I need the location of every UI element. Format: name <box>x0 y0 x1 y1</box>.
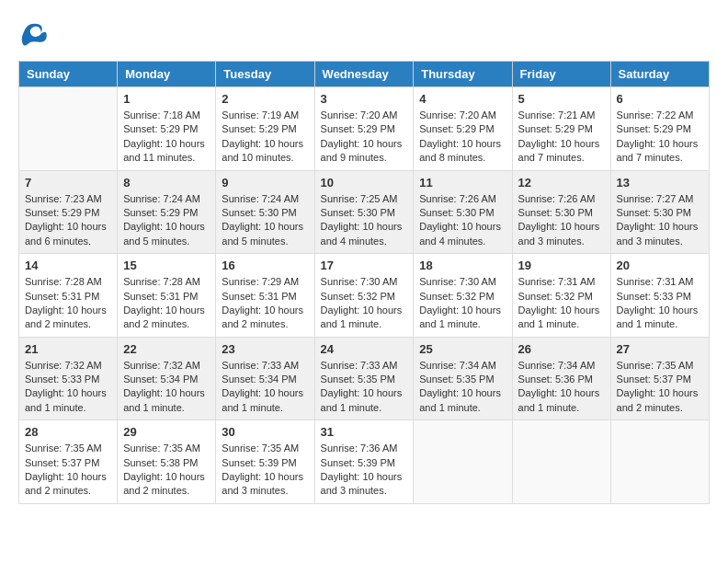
day-info: Sunrise: 7:33 AM Sunset: 5:34 PM Dayligh… <box>222 359 308 416</box>
calendar-cell: 9Sunrise: 7:24 AM Sunset: 5:30 PM Daylig… <box>216 170 314 254</box>
calendar-cell: 5Sunrise: 7:21 AM Sunset: 5:29 PM Daylig… <box>512 87 610 171</box>
calendar-cell: 24Sunrise: 7:33 AM Sunset: 5:35 PM Dayli… <box>314 337 414 420</box>
day-info: Sunrise: 7:27 AM Sunset: 5:30 PM Dayligh… <box>617 192 703 249</box>
weekday-header-tuesday: Tuesday <box>216 62 314 87</box>
day-number: 17 <box>321 259 408 272</box>
calendar-cell: 4Sunrise: 7:20 AM Sunset: 5:29 PM Daylig… <box>414 87 512 171</box>
day-number: 11 <box>419 176 506 190</box>
day-number: 20 <box>617 259 703 272</box>
day-info: Sunrise: 7:20 AM Sunset: 5:29 PM Dayligh… <box>419 109 506 166</box>
calendar-cell: 7Sunrise: 7:23 AM Sunset: 5:29 PM Daylig… <box>19 170 118 254</box>
calendar-cell: 28Sunrise: 7:35 AM Sunset: 5:37 PM Dayli… <box>19 420 118 504</box>
calendar-cell: 13Sunrise: 7:27 AM Sunset: 5:30 PM Dayli… <box>610 170 709 254</box>
calendar-header-row: SundayMondayTuesdayWednesdayThursdayFrid… <box>19 62 710 87</box>
calendar-cell <box>414 420 512 504</box>
day-number: 6 <box>617 92 703 106</box>
day-info: Sunrise: 7:22 AM Sunset: 5:29 PM Dayligh… <box>617 109 703 166</box>
day-info: Sunrise: 7:35 AM Sunset: 5:37 PM Dayligh… <box>25 442 111 499</box>
calendar-cell: 18Sunrise: 7:30 AM Sunset: 5:32 PM Dayli… <box>414 254 512 338</box>
day-info: Sunrise: 7:25 AM Sunset: 5:30 PM Dayligh… <box>321 192 408 249</box>
day-info: Sunrise: 7:23 AM Sunset: 5:29 PM Dayligh… <box>25 192 111 249</box>
day-info: Sunrise: 7:34 AM Sunset: 5:36 PM Dayligh… <box>518 359 605 416</box>
day-number: 23 <box>222 342 308 356</box>
day-info: Sunrise: 7:36 AM Sunset: 5:39 PM Dayligh… <box>321 442 408 499</box>
day-info: Sunrise: 7:20 AM Sunset: 5:29 PM Dayligh… <box>321 109 408 166</box>
calendar-cell <box>19 87 118 171</box>
page-header <box>18 18 710 46</box>
calendar-week-2: 7Sunrise: 7:23 AM Sunset: 5:29 PM Daylig… <box>19 170 710 254</box>
day-number: 22 <box>123 342 210 356</box>
weekday-header-thursday: Thursday <box>414 62 512 87</box>
calendar-cell: 25Sunrise: 7:34 AM Sunset: 5:35 PM Dayli… <box>414 337 512 420</box>
day-number: 25 <box>419 342 506 356</box>
day-info: Sunrise: 7:35 AM Sunset: 5:37 PM Dayligh… <box>617 359 703 416</box>
day-info: Sunrise: 7:29 AM Sunset: 5:31 PM Dayligh… <box>222 275 308 332</box>
day-info: Sunrise: 7:24 AM Sunset: 5:30 PM Dayligh… <box>222 192 308 249</box>
day-number: 28 <box>25 425 111 439</box>
calendar-cell: 29Sunrise: 7:35 AM Sunset: 5:38 PM Dayli… <box>118 420 216 504</box>
calendar-cell: 1Sunrise: 7:18 AM Sunset: 5:29 PM Daylig… <box>118 87 216 171</box>
day-number: 24 <box>321 342 408 356</box>
day-number: 19 <box>518 259 605 272</box>
calendar-cell: 8Sunrise: 7:24 AM Sunset: 5:29 PM Daylig… <box>118 170 216 254</box>
day-info: Sunrise: 7:26 AM Sunset: 5:30 PM Dayligh… <box>419 192 506 249</box>
day-info: Sunrise: 7:18 AM Sunset: 5:29 PM Dayligh… <box>123 109 210 166</box>
day-info: Sunrise: 7:35 AM Sunset: 5:38 PM Dayligh… <box>123 442 210 499</box>
day-number: 18 <box>419 259 506 272</box>
day-number: 5 <box>518 92 605 106</box>
logo-icon <box>20 18 48 46</box>
day-number: 15 <box>123 259 210 272</box>
day-number: 12 <box>518 176 605 190</box>
calendar-cell: 27Sunrise: 7:35 AM Sunset: 5:37 PM Dayli… <box>610 337 709 420</box>
day-number: 9 <box>222 176 308 190</box>
weekday-header-sunday: Sunday <box>19 62 118 87</box>
calendar-week-4: 21Sunrise: 7:32 AM Sunset: 5:33 PM Dayli… <box>19 337 710 420</box>
calendar-table: SundayMondayTuesdayWednesdayThursdayFrid… <box>18 61 710 504</box>
calendar-cell <box>610 420 709 504</box>
calendar-cell: 17Sunrise: 7:30 AM Sunset: 5:32 PM Dayli… <box>314 254 414 338</box>
day-info: Sunrise: 7:26 AM Sunset: 5:30 PM Dayligh… <box>518 192 605 249</box>
day-number: 4 <box>419 92 506 106</box>
calendar-cell: 19Sunrise: 7:31 AM Sunset: 5:32 PM Dayli… <box>512 254 610 338</box>
day-number: 27 <box>617 342 703 356</box>
calendar-cell: 16Sunrise: 7:29 AM Sunset: 5:31 PM Dayli… <box>216 254 314 338</box>
day-info: Sunrise: 7:28 AM Sunset: 5:31 PM Dayligh… <box>123 275 210 332</box>
day-info: Sunrise: 7:24 AM Sunset: 5:29 PM Dayligh… <box>123 192 210 249</box>
day-info: Sunrise: 7:28 AM Sunset: 5:31 PM Dayligh… <box>25 275 111 332</box>
weekday-header-saturday: Saturday <box>610 62 709 87</box>
calendar-cell: 20Sunrise: 7:31 AM Sunset: 5:33 PM Dayli… <box>610 254 709 338</box>
calendar-cell: 22Sunrise: 7:32 AM Sunset: 5:34 PM Dayli… <box>118 337 216 420</box>
day-number: 1 <box>123 92 210 106</box>
calendar-cell: 15Sunrise: 7:28 AM Sunset: 5:31 PM Dayli… <box>118 254 216 338</box>
calendar-week-5: 28Sunrise: 7:35 AM Sunset: 5:37 PM Dayli… <box>19 420 710 504</box>
day-number: 10 <box>321 176 408 190</box>
calendar-cell: 6Sunrise: 7:22 AM Sunset: 5:29 PM Daylig… <box>610 87 709 171</box>
day-info: Sunrise: 7:35 AM Sunset: 5:39 PM Dayligh… <box>222 442 308 499</box>
day-info: Sunrise: 7:21 AM Sunset: 5:29 PM Dayligh… <box>518 109 605 166</box>
calendar-cell: 21Sunrise: 7:32 AM Sunset: 5:33 PM Dayli… <box>19 337 118 420</box>
day-number: 31 <box>321 425 408 439</box>
day-info: Sunrise: 7:19 AM Sunset: 5:29 PM Dayligh… <box>222 109 308 166</box>
calendar-cell: 12Sunrise: 7:26 AM Sunset: 5:30 PM Dayli… <box>512 170 610 254</box>
day-info: Sunrise: 7:34 AM Sunset: 5:35 PM Dayligh… <box>419 359 506 416</box>
calendar-cell: 2Sunrise: 7:19 AM Sunset: 5:29 PM Daylig… <box>216 87 314 171</box>
logo <box>18 18 48 46</box>
day-number: 16 <box>222 259 308 272</box>
calendar-cell: 31Sunrise: 7:36 AM Sunset: 5:39 PM Dayli… <box>314 420 414 504</box>
calendar-cell: 30Sunrise: 7:35 AM Sunset: 5:39 PM Dayli… <box>216 420 314 504</box>
weekday-header-monday: Monday <box>118 62 216 87</box>
calendar-cell: 3Sunrise: 7:20 AM Sunset: 5:29 PM Daylig… <box>314 87 414 171</box>
calendar-week-3: 14Sunrise: 7:28 AM Sunset: 5:31 PM Dayli… <box>19 254 710 338</box>
calendar-cell: 26Sunrise: 7:34 AM Sunset: 5:36 PM Dayli… <box>512 337 610 420</box>
day-number: 14 <box>25 259 111 272</box>
day-number: 3 <box>321 92 408 106</box>
calendar-cell: 14Sunrise: 7:28 AM Sunset: 5:31 PM Dayli… <box>19 254 118 338</box>
day-number: 30 <box>222 425 308 439</box>
day-number: 29 <box>123 425 210 439</box>
day-number: 8 <box>123 176 210 190</box>
day-number: 26 <box>518 342 605 356</box>
day-info: Sunrise: 7:33 AM Sunset: 5:35 PM Dayligh… <box>321 359 408 416</box>
day-number: 2 <box>222 92 308 106</box>
calendar-cell: 10Sunrise: 7:25 AM Sunset: 5:30 PM Dayli… <box>314 170 414 254</box>
day-number: 7 <box>25 176 111 190</box>
